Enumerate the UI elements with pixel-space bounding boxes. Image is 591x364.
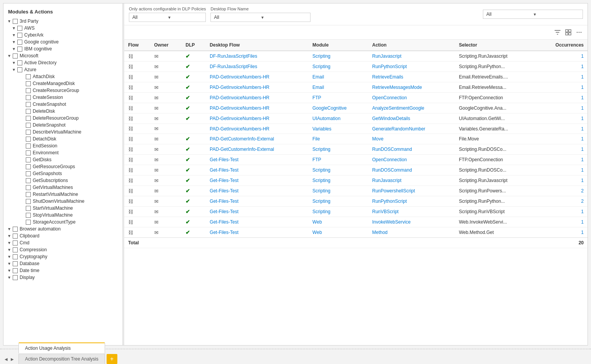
desktop-flow-link[interactable]: PAD-GetInvoiceNumbers-HR (210, 116, 269, 121)
tab-add-button[interactable]: + (107, 354, 117, 364)
checkbox-icon[interactable] (17, 67, 22, 72)
desktop-flow-link[interactable]: PAD-GetInvoiceNumbers-HR (210, 95, 269, 100)
owner-icon[interactable]: ✉ (154, 53, 159, 59)
checkbox-icon[interactable] (26, 144, 31, 149)
checkbox-icon[interactable] (13, 53, 18, 58)
sidebar-item-get-disks[interactable]: GetDisks (3, 156, 122, 163)
filter3-dropdown[interactable]: All ▼ (483, 10, 583, 19)
checkbox-icon[interactable] (26, 220, 31, 225)
action-link[interactable]: Move (372, 136, 383, 142)
tab-decomp[interactable]: Action Decomposition Tree Analysis (18, 354, 105, 364)
action-link[interactable]: RunJavascript (372, 53, 401, 59)
action-link[interactable]: RunVBScript (372, 209, 399, 214)
action-link[interactable]: GetWindowDetails (372, 116, 410, 121)
checkbox-icon[interactable] (26, 157, 31, 162)
sidebar-item-get-vms[interactable]: GetVirtualMachines (3, 184, 122, 191)
desktop-flow-link[interactable]: Get-Files-Test (210, 209, 239, 214)
action-link[interactable]: GenerateRandomNumber (372, 126, 425, 132)
checkbox-icon[interactable] (26, 192, 31, 197)
sidebar-item-get-rg[interactable]: GetResourceGroups (3, 163, 122, 170)
tab-usage[interactable]: Action Usage Analysis (18, 342, 105, 354)
action-link[interactable]: RunPythonScript (372, 64, 407, 69)
checkbox-icon[interactable] (17, 60, 22, 65)
flow-icon[interactable]: ⛓ (128, 167, 133, 173)
owner-icon[interactable]: ✉ (154, 209, 159, 215)
checkbox-icon[interactable] (26, 171, 31, 176)
checkbox-icon[interactable] (17, 33, 22, 38)
checkbox-icon[interactable] (26, 116, 31, 121)
module-link[interactable]: Scripting (312, 199, 331, 204)
owner-icon[interactable]: ✉ (154, 219, 159, 225)
sidebar-item-aws[interactable]: ▾AWS (3, 25, 122, 32)
flow-icon[interactable]: ⛓ (128, 136, 133, 142)
owner-icon[interactable]: ✉ (154, 147, 159, 152)
action-link[interactable]: OpenConnection (372, 157, 407, 162)
owner-icon[interactable]: ✉ (154, 74, 159, 80)
flow-icon[interactable]: ⛓ (128, 178, 133, 184)
sidebar-item-delete-snapshot[interactable]: DeleteSnapshot (3, 122, 122, 129)
sidebar-item-start-vm[interactable]: StartVirtualMachine (3, 205, 122, 212)
nav-right[interactable]: ▶ (9, 354, 15, 364)
checkbox-icon[interactable] (26, 206, 31, 211)
owner-icon[interactable]: ✉ (154, 167, 159, 173)
sidebar-item-attach-disk[interactable]: AttachDisk (3, 73, 122, 80)
sidebar-item-create-rg[interactable]: CreateResourceGroup (3, 87, 122, 94)
action-link[interactable]: RunPythonScript (372, 199, 407, 204)
desktop-flow-link[interactable]: Get-Files-Test (210, 157, 239, 162)
flow-icon[interactable]: ⛓ (128, 147, 133, 152)
owner-icon[interactable]: ✉ (154, 199, 159, 204)
flow-icon[interactable]: ⛓ (128, 126, 133, 132)
module-link[interactable]: FTP (312, 95, 321, 100)
flow-icon[interactable]: ⛓ (128, 85, 133, 90)
sidebar-item-get-subscriptions[interactable]: GetSubscriptions (3, 177, 122, 184)
flow-icon[interactable]: ⛓ (128, 230, 133, 235)
module-link[interactable]: Web (312, 219, 322, 225)
flow-icon[interactable]: ⛓ (128, 105, 133, 111)
owner-icon[interactable]: ✉ (154, 157, 159, 163)
checkbox-icon[interactable] (13, 261, 18, 266)
checkbox-icon[interactable] (26, 123, 31, 128)
layout-icon[interactable] (563, 27, 574, 38)
sidebar-item-cmd[interactable]: ▾Cmd (3, 239, 122, 246)
action-link[interactable]: RunJavascript (372, 178, 401, 183)
sidebar-item-clipboard[interactable]: ▾Clipboard (3, 232, 122, 239)
sidebar-item-3rd-party[interactable]: ▾3rd Party (3, 18, 122, 25)
sidebar-item-browser-auto[interactable]: ▾Browser automation (3, 225, 122, 232)
module-link[interactable]: Scripting (312, 64, 331, 69)
checkbox-icon[interactable] (26, 185, 31, 190)
flow-icon[interactable]: ⛓ (128, 53, 133, 59)
action-link[interactable]: RunPowershellScript (372, 188, 415, 194)
module-link[interactable]: Scripting (312, 167, 331, 173)
module-link[interactable]: Email (312, 85, 324, 90)
owner-icon[interactable]: ✉ (154, 188, 159, 194)
owner-icon[interactable]: ✉ (154, 105, 159, 111)
sidebar-item-environment[interactable]: Environment (3, 149, 122, 156)
checkbox-icon[interactable] (26, 95, 31, 100)
checkbox-icon[interactable] (13, 275, 18, 280)
action-link[interactable]: OpenConnection (372, 95, 407, 100)
desktop-flow-link[interactable]: PAD-GetInvoiceNumbers-HR (210, 74, 269, 80)
module-link[interactable]: GoogleCognitive (312, 105, 347, 111)
checkbox-icon[interactable] (13, 268, 18, 273)
action-link[interactable]: RetrieveMessagesMode (372, 85, 422, 90)
sidebar-item-describe-vm[interactable]: DescribeVirtualMachine (3, 129, 122, 135)
flow-icon[interactable]: ⛓ (128, 95, 133, 101)
module-link[interactable]: Scripting (312, 178, 331, 183)
sidebar-item-create-session[interactable]: CreateSession (3, 94, 122, 101)
owner-icon[interactable]: ✉ (154, 178, 159, 184)
module-link[interactable]: Scripting (312, 188, 331, 194)
flow-icon[interactable]: ⛓ (128, 157, 133, 163)
flow-icon[interactable]: ⛓ (128, 199, 133, 204)
checkbox-icon[interactable] (26, 137, 31, 142)
more-icon[interactable] (574, 27, 584, 38)
flow-icon[interactable]: ⛓ (128, 209, 133, 215)
sidebar-item-ibm-cog[interactable]: ▾IBM cognitive (3, 45, 122, 52)
checkbox-icon[interactable] (17, 47, 22, 52)
flow-icon[interactable]: ⛓ (128, 116, 133, 122)
desktop-flow-link[interactable]: PAD-GetCustomerInfo-External (210, 136, 274, 142)
sidebar-item-google-cog[interactable]: ▾Google cognitive (3, 38, 122, 45)
owner-icon[interactable]: ✉ (154, 136, 159, 142)
sidebar-item-create-managed[interactable]: CreateManagedDisk (3, 80, 122, 87)
desktop-flow-link[interactable]: Get-Files-Test (210, 167, 239, 173)
checkbox-icon[interactable] (26, 130, 31, 135)
